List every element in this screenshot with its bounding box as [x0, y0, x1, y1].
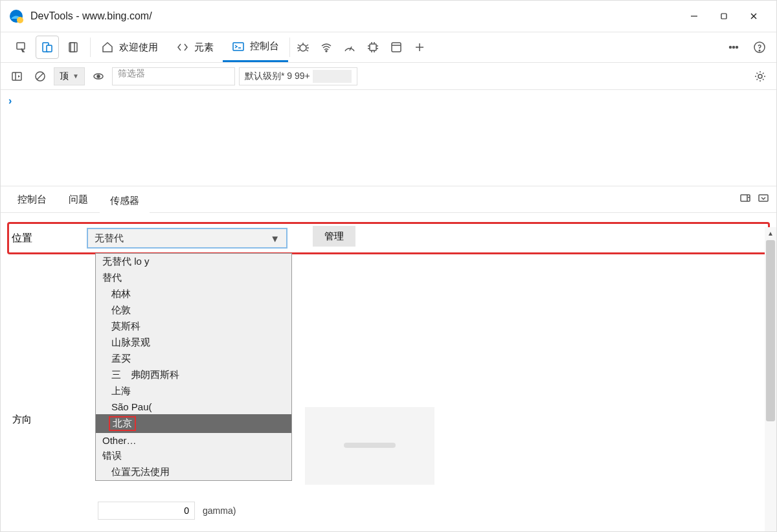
tab-console[interactable]: 控制台 — [223, 32, 288, 62]
drawer-add-tab-button[interactable] — [151, 186, 172, 212]
close-button[interactable] — [739, 3, 769, 29]
device-toggle-button[interactable] — [36, 36, 59, 59]
manage-button[interactable]: 管理 — [313, 226, 355, 247]
dropdown-group-error: 错误 — [96, 448, 291, 464]
location-label: 位置 — [12, 232, 87, 245]
location-select-value: 无替代 — [95, 232, 124, 245]
context-selector[interactable]: 顶 ▼ — [54, 67, 85, 85]
window-titlebar: DevTools - www.bing.com/ — [1, 1, 776, 32]
console-output[interactable]: › — [1, 90, 776, 186]
main-toolbar: 欢迎使用 元素 控制台 — [1, 32, 776, 63]
clear-console-button[interactable] — [30, 67, 50, 85]
minimize-button[interactable] — [679, 3, 709, 29]
tab-console-label: 控制台 — [250, 40, 279, 52]
dropdown-option-london[interactable]: 伦敦 — [96, 302, 291, 318]
live-expression-button[interactable] — [89, 67, 108, 85]
dropdown-option-berlin[interactable]: 柏林 — [96, 286, 291, 302]
svg-point-19 — [730, 47, 732, 49]
dropdown-option-beijing[interactable]: 北京 — [96, 414, 291, 433]
svg-point-30 — [758, 74, 762, 78]
dropdown-group-override: 替代 — [96, 270, 291, 286]
drawer-tabs: 控制台 问题 传感器 — [1, 186, 776, 213]
svg-point-21 — [736, 47, 738, 49]
sensors-panel: 位置 无替代 ▼ 管理 无替代 lo y 替代 柏林 伦敦 莫斯科 山脉景观 孟… — [1, 213, 776, 263]
inspect-button[interactable] — [10, 36, 33, 59]
svg-point-1 — [17, 17, 23, 23]
svg-line-27 — [37, 73, 43, 80]
drawer-tab-console[interactable]: 控制台 — [7, 186, 57, 212]
console-prompt-icon: › — [8, 95, 12, 106]
window-title: DevTools - www.bing.com/ — [30, 10, 679, 22]
dropdown-option-no-override[interactable]: 无替代 lo y — [96, 254, 291, 270]
dropdown-option-beijing-label: 北京 — [109, 416, 136, 431]
svg-rect-11 — [233, 43, 243, 50]
svg-point-13 — [326, 50, 327, 52]
svg-rect-33 — [741, 195, 750, 201]
console-filter-bar: 顶 ▼ 筛选器 默认级别* 9 99+ — [1, 63, 776, 90]
dropdown-option-moscow[interactable]: 莫斯科 — [96, 318, 291, 335]
add-tab-button[interactable] — [408, 36, 431, 59]
svg-rect-10 — [71, 43, 74, 52]
caret-down-icon: ▼ — [270, 233, 280, 244]
dropdown-option-mumbai[interactable]: 孟买 — [96, 351, 291, 367]
vertical-scrollbar[interactable]: ▲ — [765, 227, 776, 531]
scroll-up-icon[interactable]: ▲ — [765, 227, 776, 239]
location-row-highlight: 位置 无替代 ▼ — [7, 222, 770, 254]
svg-rect-6 — [17, 43, 25, 49]
drawer-tab-sensors[interactable]: 传感器 — [100, 187, 150, 213]
app-icon — [8, 8, 24, 24]
dock-button[interactable] — [739, 192, 752, 207]
memory-icon[interactable] — [361, 36, 385, 59]
tab-welcome[interactable]: 欢迎使用 — [92, 32, 167, 62]
dropdown-option-san-francisco[interactable]: 三 弗朗西斯科 — [96, 367, 291, 383]
orientation-label: 方向 — [12, 414, 32, 426]
svg-rect-34 — [759, 195, 768, 201]
location-dropdown: 无替代 lo y 替代 柏林 伦敦 莫斯科 山脉景观 孟买 三 弗朗西斯科 上海… — [95, 253, 292, 481]
caret-down-icon: ▼ — [73, 72, 79, 80]
performance-icon[interactable] — [338, 36, 361, 59]
gamma-label: gamma) — [203, 505, 236, 516]
svg-point-12 — [300, 45, 306, 51]
log-level-label: 默认级别* 9 99+ — [245, 71, 310, 82]
svg-rect-8 — [47, 45, 52, 52]
location-select[interactable]: 无替代 ▼ — [87, 228, 287, 249]
collapse-drawer-button[interactable] — [757, 192, 770, 207]
dropdown-option-shanghai[interactable]: 上海 — [96, 383, 291, 399]
tab-welcome-label: 欢迎使用 — [119, 41, 158, 54]
svg-point-29 — [97, 75, 100, 78]
svg-point-23 — [759, 50, 760, 51]
dropdown-option-sao-paulo[interactable]: São Pau( — [96, 399, 291, 414]
svg-point-20 — [733, 47, 735, 49]
gamma-input[interactable]: 0 — [98, 502, 195, 520]
dropdown-option-mountain-view[interactable]: 山脉景观 — [96, 335, 291, 351]
dropdown-option-other[interactable]: Other… — [96, 433, 291, 448]
svg-rect-3 — [721, 14, 726, 19]
more-button[interactable] — [722, 36, 745, 59]
drawer-tab-issues[interactable]: 问题 — [58, 186, 98, 212]
network-icon[interactable] — [315, 36, 338, 59]
log-level-selector[interactable]: 默认级别* 9 99+ — [239, 67, 357, 85]
scrollbar-thumb[interactable] — [766, 240, 775, 421]
settings-button[interactable] — [750, 67, 770, 85]
screencast-button[interactable] — [62, 36, 85, 59]
svg-rect-15 — [392, 43, 401, 52]
maximize-button[interactable] — [709, 3, 739, 29]
tab-elements-label: 元素 — [194, 41, 214, 54]
orientation-preview — [305, 407, 434, 485]
sidebar-toggle-button[interactable] — [7, 67, 27, 85]
context-label: 顶 — [60, 71, 69, 82]
bug-icon[interactable] — [291, 36, 315, 59]
dropdown-option-unavailable[interactable]: 位置无法使用 — [96, 464, 291, 480]
application-icon[interactable] — [385, 36, 408, 59]
filter-input[interactable]: 筛选器 — [112, 67, 235, 85]
svg-rect-14 — [370, 44, 376, 50]
tab-elements[interactable]: 元素 — [167, 32, 223, 62]
help-button[interactable] — [748, 36, 771, 59]
